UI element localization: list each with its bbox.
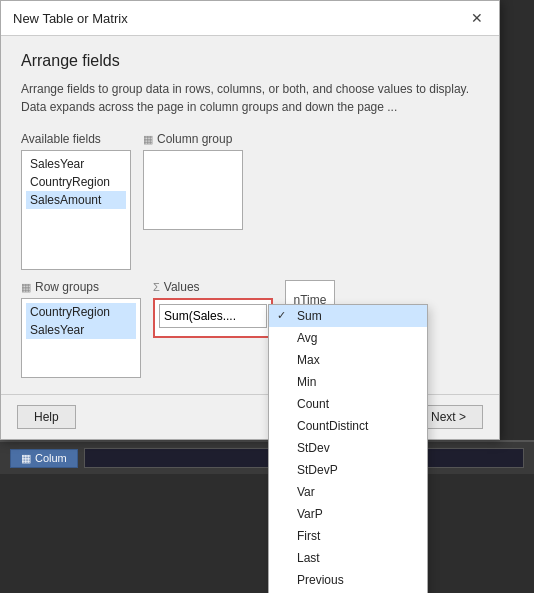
bottom-row: ▦ Row groups CountryRegion SalesYear Σ V… xyxy=(21,280,479,378)
dropdown-item-count[interactable]: Count xyxy=(269,393,427,415)
list-item[interactable]: SalesAmount xyxy=(26,191,126,209)
dialog-title: New Table or Matrix xyxy=(13,11,128,26)
available-fields-label-text: Available fields xyxy=(21,132,101,146)
dialog-window: New Table or Matrix ✕ Arrange fields Arr… xyxy=(0,0,500,440)
available-fields-section: Available fields SalesYear CountryRegion… xyxy=(21,132,131,270)
column-group-section: ▦ Column group xyxy=(143,132,243,270)
dropdown-item-first[interactable]: First xyxy=(269,525,427,547)
row-groups-section: ▦ Row groups CountryRegion SalesYear xyxy=(21,280,141,378)
values-section: Σ Values Sum Avg Max Min Count CountDist… xyxy=(153,280,273,338)
column-group-label: ▦ Column group xyxy=(143,132,243,146)
dropdown-item-stdev[interactable]: StDev xyxy=(269,437,427,459)
values-label-text: Values xyxy=(164,280,200,294)
top-row: Available fields SalesYear CountryRegion… xyxy=(21,132,479,270)
dropdown-item-avg[interactable]: Avg xyxy=(269,327,427,349)
list-item[interactable]: SalesYear xyxy=(26,155,126,173)
aggregate-dropdown[interactable]: Sum Avg Max Min Count CountDistinct StDe… xyxy=(268,304,428,593)
taskbar-area: ▦ Colum xyxy=(0,440,534,474)
row-groups-label-text: Row groups xyxy=(35,280,99,294)
row-groups-listbox[interactable]: CountryRegion SalesYear xyxy=(21,298,141,378)
dropdown-item-varp[interactable]: VarP xyxy=(269,503,427,525)
values-listbox[interactable] xyxy=(153,298,273,338)
column-group-label-text: Column group xyxy=(157,132,232,146)
help-button[interactable]: Help xyxy=(17,405,76,429)
available-fields-listbox[interactable]: SalesYear CountryRegion SalesAmount xyxy=(21,150,131,270)
list-item[interactable]: SalesYear xyxy=(26,321,136,339)
table-icon-taskbar: ▦ xyxy=(21,452,31,465)
row-groups-label: ▦ Row groups xyxy=(21,280,141,294)
dropdown-item-sum[interactable]: Sum xyxy=(269,305,427,327)
taskbar-col-label: Colum xyxy=(35,452,67,464)
dropdown-item-min[interactable]: Min xyxy=(269,371,427,393)
table-icon-2: ▦ xyxy=(21,281,31,294)
dropdown-item-max[interactable]: Max xyxy=(269,349,427,371)
dialog-titlebar: New Table or Matrix ✕ xyxy=(1,1,499,36)
dropdown-item-stdevp[interactable]: StDevP xyxy=(269,459,427,481)
list-item[interactable]: CountryRegion xyxy=(26,303,136,321)
dialog-content: Arrange fields Arrange fields to group d… xyxy=(1,36,499,394)
taskbar-col-button[interactable]: ▦ Colum xyxy=(10,449,78,468)
table-icon: ▦ xyxy=(143,133,153,146)
dropdown-item-last[interactable]: Last xyxy=(269,547,427,569)
column-group-listbox[interactable] xyxy=(143,150,243,230)
available-fields-label: Available fields xyxy=(21,132,131,146)
dropdown-item-var[interactable]: Var xyxy=(269,481,427,503)
dropdown-item-previous[interactable]: Previous xyxy=(269,569,427,591)
list-item[interactable]: CountryRegion xyxy=(26,173,126,191)
sigma-icon: Σ xyxy=(153,281,160,293)
close-button[interactable]: ✕ xyxy=(467,9,487,27)
section-title: Arrange fields xyxy=(21,52,479,70)
dropdown-item-countdistinct[interactable]: CountDistinct xyxy=(269,415,427,437)
description-text: Arrange fields to group data in rows, co… xyxy=(21,80,479,116)
values-input[interactable] xyxy=(159,304,267,328)
values-label: Σ Values xyxy=(153,280,273,294)
